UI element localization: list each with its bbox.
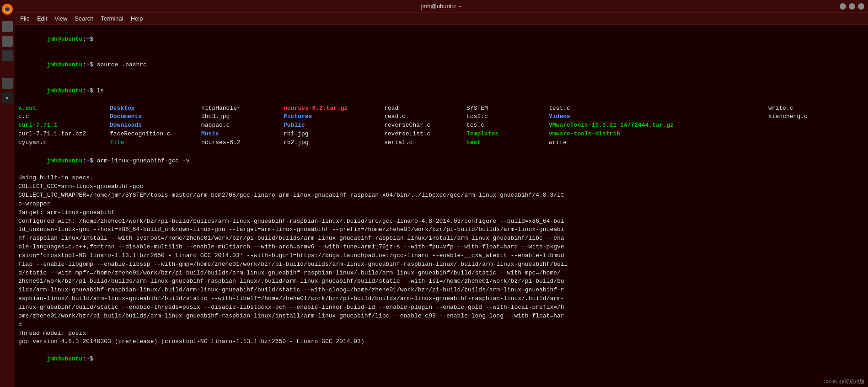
menu-search[interactable]: Search: [71, 14, 97, 23]
menu-help[interactable]: Help: [127, 14, 147, 23]
menu-bar: File Edit View Search Terminal Help: [15, 13, 868, 25]
terminal-line: COLLECT_GCC=arm-linux-gnueabihf-gcc: [18, 183, 864, 191]
terminal-line: jmh@ubuntu:~$ ls: [18, 78, 864, 104]
terminal-line: Target: arm-linux-gnueabihf: [18, 209, 864, 217]
terminal-line: o-wrapper: [18, 200, 864, 209]
terminal-line: d: [18, 321, 864, 329]
terminal-line: Configured with: /home/zhehe01/work/bzr/…: [18, 217, 864, 226]
terminal-line: gcc version 4.8.3 20140303 (prerelease) …: [18, 338, 864, 346]
sidebar-icon-1: [2, 21, 13, 32]
terminal-line: jmh@ubuntu:~$: [18, 27, 864, 53]
sidebar-icon-3: [2, 50, 13, 61]
terminal-line: ble-languages=c,c++,fortran --disable-mu…: [18, 243, 864, 252]
terminal-line: COLLECT_LTO_WRAPPER=/home/jmh/SYSTEM/too…: [18, 191, 864, 200]
terminal-line: hf-raspbian-linux/install --with-sysroot…: [18, 234, 864, 243]
title-bar: jmh@ubuntu: ~: [15, 0, 868, 13]
terminal-line: rsion='crosstool-NG linaro-1.13.1+bzr265…: [18, 252, 864, 260]
window-minimize-btn[interactable]: [840, 3, 846, 10]
menu-edit[interactable]: Edit: [33, 14, 51, 23]
terminal-prompt-final[interactable]: jmh@ubuntu:~$ ​: [18, 346, 864, 372]
terminal-output: jmh@ubuntu:~$ jmh@ubuntu:~$ source .bash…: [15, 25, 868, 387]
menu-view[interactable]: View: [51, 14, 71, 23]
terminal-line: Using built-in specs.: [18, 174, 864, 183]
sidebar-icon-4: [2, 78, 13, 89]
menu-file[interactable]: File: [16, 14, 33, 23]
terminal-line: linux-gnueabihf/build/static --enable-th…: [18, 303, 864, 312]
sidebar-icon-5[interactable]: ▶: [2, 92, 13, 103]
terminal-line: Thread model: posix: [18, 329, 864, 338]
sidebar-icon-2: [2, 36, 13, 47]
terminal-line: jmh@ubuntu:~$ source .bashrc: [18, 53, 864, 79]
window-close-btn[interactable]: [858, 3, 864, 10]
terminal-line: aspbian-linux/.build/arm-linux-gnueabihf…: [18, 295, 864, 303]
terminal-line: d/static --with-mpfr=/home/zhehe01/work/…: [18, 269, 864, 278]
firefox-icon[interactable]: [1, 3, 14, 16]
terminal-line: zhehe01/work/bzr/pi-build/builds/arm-lin…: [18, 277, 864, 286]
terminal-line: ilds/arm-linux-gnueabihf-raspbian-linux/…: [18, 286, 864, 295]
watermark: CSDN @可乐鸡翅: [824, 378, 864, 385]
window-maximize-btn[interactable]: [849, 3, 855, 10]
ls-output: a.out Desktop httpHandler ncurses-6.2.ta…: [18, 104, 864, 147]
window-title: jmh@ubuntu: ~: [421, 3, 462, 10]
terminal-line: flap --enable-libgomp --enable-libssp --…: [18, 260, 864, 269]
menu-terminal[interactable]: Terminal: [97, 14, 127, 23]
terminal-line: jmh@ubuntu:~$ arm-linux-gnueabihf-gcc -v: [18, 148, 864, 174]
terminal-line: ome/zhehe01/work/bzr/pi-build/builds/arm…: [18, 312, 864, 321]
terminal-line: ld_unknown-linux-gnu --host=x86_64-build…: [18, 226, 864, 234]
